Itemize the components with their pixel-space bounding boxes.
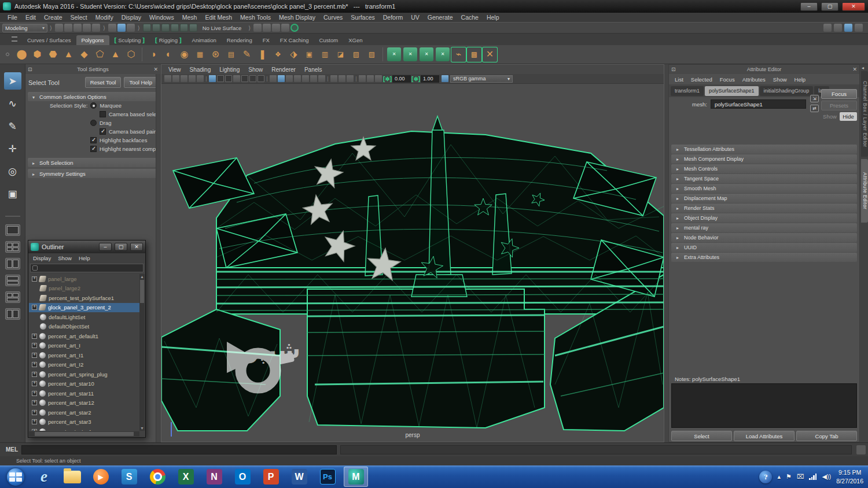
- menu-generate[interactable]: Generate: [424, 14, 457, 21]
- section-displacement-map[interactable]: Displacement Map: [671, 194, 857, 203]
- smooth-icon[interactable]: ◉: [176, 47, 192, 62]
- layout-outliner-persp-button[interactable]: [5, 308, 20, 320]
- mesh-name-field[interactable]: polySurfaceShape1: [711, 99, 806, 109]
- reduce-icon[interactable]: ◪: [333, 47, 348, 62]
- film-gate-icon[interactable]: [217, 75, 224, 82]
- taskbar-chrome[interactable]: [145, 467, 170, 487]
- hide-button[interactable]: Hide: [840, 112, 857, 121]
- color-management-icon[interactable]: [442, 75, 448, 82]
- layout-three-pane-button[interactable]: [5, 291, 20, 303]
- menu-mesh-display[interactable]: Mesh Display: [275, 14, 319, 21]
- poly-cylinder-icon[interactable]: ⬣: [45, 47, 61, 62]
- use-all-lights-icon[interactable]: [294, 75, 301, 82]
- dock-collapse-icon[interactable]: ◂: [862, 65, 864, 71]
- tab-polysurfaceshape1[interactable]: polySurfaceShape1: [705, 86, 759, 96]
- outliner-search-field[interactable]: [30, 264, 144, 272]
- scale-tool-button[interactable]: ▣: [4, 185, 21, 202]
- separate-icon[interactable]: ◐: [161, 47, 176, 62]
- mel-label[interactable]: MEL: [6, 446, 18, 453]
- menu-modify[interactable]: Modify: [91, 14, 117, 21]
- sidebar-toggle-3-icon[interactable]: [844, 24, 852, 32]
- outliner-item[interactable]: percent_art_I2: [29, 360, 139, 370]
- ae-menu-attributes[interactable]: Attributes: [742, 76, 766, 83]
- ae-menu-help[interactable]: Help: [795, 76, 806, 83]
- outliner-item[interactable]: percent_art_star12: [29, 398, 139, 408]
- menu-deform[interactable]: Deform: [379, 14, 407, 21]
- render-view-icon[interactable]: [253, 24, 262, 32]
- taskbar-internet-explorer[interactable]: e: [32, 467, 56, 487]
- outliner-vertical-scrollbar[interactable]: ▲▼: [139, 274, 145, 431]
- menu-edit-mesh[interactable]: Edit Mesh: [201, 14, 236, 21]
- wireframe-mode-icon[interactable]: [270, 75, 277, 82]
- copy-tab-button[interactable]: Copy Tab: [796, 431, 857, 441]
- expand-icon[interactable]: [32, 334, 37, 339]
- expand-icon[interactable]: [32, 305, 37, 310]
- pinch-tool-icon[interactable]: ⌁: [451, 47, 466, 62]
- select-component-icon[interactable]: [127, 24, 135, 32]
- outliner-item-selected[interactable]: glock_panel_3_percent_2: [29, 303, 139, 313]
- lasso-tool-button[interactable]: ∿: [4, 95, 21, 112]
- taskbar-media-player[interactable]: ▶: [89, 467, 113, 487]
- menu-select[interactable]: Select: [67, 14, 91, 21]
- shaded-mode-icon[interactable]: [278, 75, 285, 82]
- menu-create[interactable]: Create: [40, 14, 67, 21]
- soft-selection-section[interactable]: Soft Selection: [28, 158, 158, 167]
- channel-box-vertical-tab[interactable]: Channel Box / Layer Editor: [861, 71, 868, 157]
- outliner-item[interactable]: percent_art_spring_plug: [29, 369, 139, 379]
- select-hierarchy-icon[interactable]: [108, 24, 116, 32]
- section-node-behavior[interactable]: Node Behavior: [671, 233, 857, 242]
- section-uuid[interactable]: UUID: [671, 243, 857, 252]
- section-extra-attributes[interactable]: Extra Attributes: [671, 253, 857, 262]
- greasepencil-icon[interactable]: [375, 75, 382, 82]
- image-plane-icon[interactable]: [197, 75, 204, 82]
- tab-sculpting[interactable]: [Sculpting]: [109, 35, 150, 45]
- viewport-canvas[interactable]: شیپور persp: [161, 84, 664, 442]
- vp-menu-shading[interactable]: Shading: [190, 66, 211, 73]
- outliner-menu-show[interactable]: Show: [58, 255, 72, 261]
- reset-tool-button[interactable]: Reset Tool: [85, 77, 122, 88]
- notes-textarea[interactable]: [671, 383, 857, 428]
- expand-icon[interactable]: [32, 276, 37, 282]
- move-tool-button[interactable]: ✛: [4, 140, 21, 157]
- view-transform-dropdown[interactable]: sRGB gamma: [450, 75, 513, 83]
- layout-two-pane-side-button[interactable]: [5, 258, 20, 269]
- action-center-flag-icon[interactable]: ⚑: [786, 473, 792, 480]
- expand-icon[interactable]: [32, 372, 37, 377]
- vp-menu-panels[interactable]: Panels: [304, 66, 322, 73]
- tab-rendering[interactable]: Rendering: [222, 35, 258, 45]
- exposure-field[interactable]: 0.00: [392, 75, 411, 83]
- section-mesh-controls[interactable]: Mesh Controls: [671, 164, 857, 173]
- ae-menu-selected[interactable]: Selected: [691, 76, 712, 83]
- field-chart-icon[interactable]: [241, 75, 248, 82]
- attribute-editor-vertical-tab[interactable]: Attribute Editor: [861, 159, 868, 223]
- gamma-bracket-icon[interactable]: [✲]: [411, 76, 420, 82]
- layout-four-pane-button[interactable]: [5, 241, 20, 253]
- tab-polygons[interactable]: Polygons: [76, 35, 109, 45]
- boolean-diff-icon[interactable]: ▥: [317, 47, 333, 62]
- camera-based-selection-checkbox[interactable]: [100, 111, 106, 117]
- minimize-button[interactable]: –: [800, 2, 818, 11]
- menu-windows[interactable]: Windows: [145, 14, 178, 21]
- tab-fx-caching[interactable]: FX Caching: [275, 35, 314, 45]
- maximize-button[interactable]: ▢: [821, 2, 838, 11]
- close-button[interactable]: ✕: [842, 2, 865, 11]
- redo-icon[interactable]: [92, 24, 100, 32]
- menu-mesh-tools[interactable]: Mesh Tools: [236, 14, 275, 21]
- panel-pin-icon[interactable]: ⊡: [25, 66, 35, 72]
- foamy-tool-icon[interactable]: ✕: [482, 47, 498, 62]
- expand-icon[interactable]: [32, 353, 37, 358]
- poly-sphere-icon[interactable]: ⬤: [14, 47, 30, 62]
- snap-grid-icon[interactable]: [143, 24, 151, 32]
- motion-blur-icon[interactable]: [318, 75, 325, 82]
- tab-initialshadinggroup[interactable]: initialShadingGroup: [760, 86, 814, 96]
- menu-curves[interactable]: Curves: [319, 14, 347, 21]
- load-attributes-button[interactable]: Load Attributes: [734, 431, 795, 441]
- plugin-shapes-icon[interactable]: [359, 75, 366, 82]
- poly-plane-icon[interactable]: ⬠: [92, 47, 108, 62]
- script-editor-icon[interactable]: [856, 445, 866, 454]
- safe-action-icon[interactable]: [249, 75, 256, 82]
- exposure-bracket-icon[interactable]: [✲]: [383, 76, 392, 82]
- tab-curves-surfaces[interactable]: Curves / Surfaces: [22, 35, 76, 45]
- gamma-field[interactable]: 1.00: [421, 75, 439, 83]
- mel-input-field[interactable]: [21, 445, 337, 454]
